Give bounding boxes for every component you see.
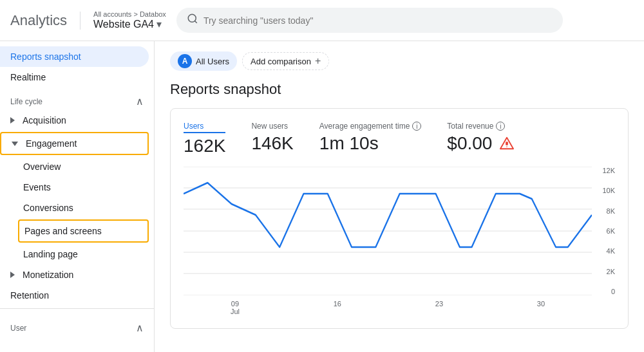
sidebar-item-label: Acquisition [23, 115, 66, 125]
user-filter-chip[interactable]: A All Users [170, 51, 237, 71]
search-input[interactable] [204, 15, 553, 26]
info-icon[interactable]: i [412, 122, 421, 131]
sidebar-item-acquisition[interactable]: Acquisition [0, 110, 149, 131]
triangle-down-icon [12, 142, 18, 146]
y-label-2k: 2K [597, 268, 615, 275]
filters-row: A All Users Add comparison + [170, 51, 629, 71]
svg-point-0 [188, 14, 196, 22]
metric-total-revenue[interactable]: Total revenue i $0.00 [447, 122, 514, 156]
y-label-10k: 10K [597, 187, 615, 194]
property-name[interactable]: Website GA4 ▾ [93, 18, 166, 30]
x-label-30: 30 [537, 300, 545, 315]
metric-new-users-value: 146K [251, 133, 293, 154]
y-label-0: 0 [597, 288, 615, 295]
sidebar-bottom: User ∧ [0, 308, 154, 337]
add-comparison-label: Add comparison [251, 57, 311, 66]
logo-area: Analytics [10, 12, 67, 29]
x-label-16: 16 [334, 300, 341, 315]
metric-total-revenue-value: $0.00 [447, 133, 492, 154]
add-comparison-chip[interactable]: Add comparison + [242, 52, 329, 70]
add-icon: + [315, 55, 321, 67]
breadcrumb: All accounts > Databox [93, 10, 166, 18]
app-logo: Analytics [10, 12, 67, 29]
triangle-right-icon [10, 117, 15, 124]
x-label-09: 09 Jul [231, 300, 240, 315]
metric-total-revenue-label: Total revenue i [447, 122, 514, 131]
lifecycle-section[interactable]: Life cycle ∧ [0, 88, 154, 110]
header-divider [80, 12, 80, 30]
warning-icon [500, 136, 514, 151]
y-label-12k: 12K [597, 167, 615, 174]
y-label-8k: 8K [597, 207, 615, 215]
metric-avg-engagement-label: Average engagement time i [319, 122, 422, 131]
metric-avg-engagement[interactable]: Average engagement time i 1m 10s [319, 122, 422, 156]
sidebar-item-landing-page[interactable]: Landing page [0, 244, 149, 264]
chart-line [184, 183, 592, 247]
metric-users-value: 162K [184, 136, 225, 156]
sidebar: Reports snapshot Realtime Life cycle ∧ A… [0, 41, 155, 352]
main-content: A All Users Add comparison + Reports sna… [155, 41, 644, 352]
chart-container: 09 Jul 16 23 30 [184, 167, 615, 315]
sidebar-item-label: Realtime [10, 72, 46, 82]
sidebar-item-label: Engagement [26, 138, 77, 149]
sidebar-item-pages-wrapper: Pages and screens [18, 219, 149, 243]
sidebar-item-reports-snapshot[interactable]: Reports snapshot [0, 46, 149, 67]
chevron-down-icon: ▾ [156, 18, 162, 30]
y-axis: 12K 10K 8K 6K 4K 2K 0 [592, 167, 615, 308]
sidebar-item-engagement-wrapper: Engagement [0, 132, 149, 155]
revenue-row: $0.00 [447, 133, 514, 154]
metric-avg-engagement-value: 1m 10s [319, 133, 422, 154]
sidebar-item-overview[interactable]: Overview [0, 156, 149, 177]
metric-new-users[interactable]: New users 146K [251, 122, 293, 156]
y-label-6k: 6K [597, 227, 615, 235]
sidebar-item-label: Monetization [23, 270, 73, 280]
user-section[interactable]: User ∧ [0, 314, 154, 337]
sidebar-item-pages-and-screens[interactable]: Pages and screens [19, 221, 147, 241]
header: Analytics All accounts > Databox Website… [0, 0, 644, 41]
metric-new-users-label: New users [251, 122, 293, 131]
x-axis: 09 Jul 16 23 30 [184, 297, 592, 315]
user-arrow-icon[interactable]: ∧ [136, 322, 144, 334]
page-title: Reports snapshot [170, 81, 629, 98]
account-selector[interactable]: All accounts > Databox Website GA4 ▾ [93, 10, 166, 30]
triangle-right-icon [10, 272, 15, 278]
sidebar-item-monetization[interactable]: Monetization [0, 264, 149, 285]
chart-card: Users 162K New users 146K Average engage… [170, 108, 629, 329]
sidebar-item-conversions[interactable]: Conversions [0, 198, 149, 218]
metrics-row: Users 162K New users 146K Average engage… [184, 122, 615, 156]
sidebar-item-retention[interactable]: Retention [0, 285, 149, 306]
user-filter-label: All Users [196, 57, 229, 66]
line-chart-svg [184, 167, 592, 295]
user-avatar: A [178, 54, 192, 68]
svg-point-2 [507, 146, 507, 147]
lifecycle-arrow-icon[interactable]: ∧ [136, 95, 144, 107]
chart-svg-area: 09 Jul 16 23 30 [184, 167, 592, 315]
x-label-23: 23 [435, 300, 443, 315]
info-icon-revenue[interactable]: i [496, 122, 505, 131]
sidebar-item-events[interactable]: Events [0, 177, 149, 198]
sidebar-item-engagement[interactable]: Engagement [1, 133, 147, 154]
metric-users-label: Users [184, 122, 225, 133]
search-bar[interactable] [176, 8, 563, 33]
y-label-4k: 4K [597, 247, 615, 255]
search-icon [187, 13, 198, 28]
main-layout: Reports snapshot Realtime Life cycle ∧ A… [0, 41, 644, 352]
sidebar-item-label: Retention [10, 290, 49, 301]
svg-line-1 [194, 21, 196, 23]
sidebar-item-label: Reports snapshot [10, 51, 81, 62]
metric-users[interactable]: Users 162K [184, 122, 225, 156]
sidebar-item-realtime[interactable]: Realtime [0, 67, 149, 88]
